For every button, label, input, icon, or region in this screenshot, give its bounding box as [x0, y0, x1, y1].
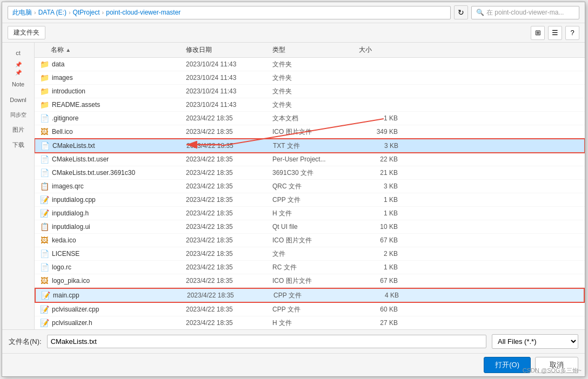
- file-date: 2023/4/22 18:35: [186, 209, 272, 217]
- file-name: data: [50, 60, 186, 68]
- table-row[interactable]: 📄 .gitignore 2023/4/22 18:35 文本文档 1 KB: [35, 112, 585, 125]
- nav-item-note[interactable]: Note: [3, 77, 33, 91]
- file-type: CPP 文件: [272, 195, 359, 205]
- file-date: 2023/4/22 18:35: [186, 128, 272, 136]
- view-grid-button[interactable]: ⊞: [531, 26, 545, 40]
- file-size: 10 KB: [359, 223, 402, 231]
- table-row[interactable]: 📝 pclvisualizer.cpp 2023/4/22 18:35 CPP …: [35, 303, 585, 316]
- file-size: 349 KB: [359, 128, 402, 136]
- file-size: 22 KB: [359, 155, 402, 163]
- file-name: keda.ico: [50, 236, 186, 244]
- table-row[interactable]: 🖼 logo_pika.ico 2023/4/22 18:35 ICO 图片文件…: [35, 274, 585, 288]
- file-icon: 📝: [39, 195, 50, 205]
- table-row[interactable]: 📄 CMakeLists.txt 2023/4/22 18:35 TXT 文件 …: [35, 139, 585, 153]
- breadcrumb-item-project[interactable]: point-cloud-viewer-master: [106, 9, 181, 16]
- file-icon: 📁: [39, 59, 50, 69]
- col-header-type[interactable]: 类型: [272, 45, 359, 55]
- file-icon: 📄: [39, 154, 50, 164]
- file-icon: 📝: [39, 304, 50, 314]
- breadcrumb-item-drive[interactable]: DATA (E:): [38, 9, 66, 16]
- col-header-size[interactable]: 大小: [359, 45, 402, 55]
- table-row[interactable]: 📄 CMakeLists.txt.user 2023/4/22 18:35 Pe…: [35, 153, 585, 166]
- table-row[interactable]: 🖼 Bell.ico 2023/4/22 18:35 ICO 图片文件 349 …: [35, 125, 585, 139]
- table-row[interactable]: 📄 logo.rc 2023/4/22 18:35 RC 文件 1 KB: [35, 261, 585, 274]
- file-name: pclvisualizer.cpp: [50, 306, 186, 313]
- file-date: 2023/4/22 18:35: [186, 263, 272, 271]
- file-name: inputdialog.h: [50, 209, 186, 217]
- file-type: 文本文档: [272, 114, 359, 123]
- file-size: 1 KB: [359, 114, 402, 122]
- search-icon: 🔍: [476, 9, 484, 16]
- table-row[interactable]: 📝 main.cpp 2023/4/22 18:35 CPP 文件 4 KB: [35, 288, 585, 303]
- file-type: TXT 文件: [273, 141, 359, 151]
- file-size: 67 KB: [359, 277, 402, 285]
- file-size: 1 KB: [359, 196, 402, 204]
- file-type: 文件: [272, 249, 359, 259]
- file-name: Bell.ico: [50, 128, 186, 136]
- table-row[interactable]: 📄 CMakeLists.txt.user.3691c30 2023/4/22 …: [35, 166, 585, 180]
- file-type: ICO 图片文件: [272, 276, 359, 286]
- file-type: 文件夹: [272, 60, 359, 69]
- file-type: 文件夹: [272, 87, 359, 96]
- file-name: introduction: [50, 87, 186, 95]
- breadcrumb-item-qtproject[interactable]: QtProject: [73, 9, 100, 16]
- file-icon: 📁: [39, 86, 50, 96]
- file-date: 2023/4/22 18:35: [186, 250, 272, 258]
- breadcrumb[interactable]: 此电脑 › DATA (E:) › QtProject › point-clou…: [8, 6, 451, 19]
- view-list-button[interactable]: ☰: [548, 26, 562, 40]
- col-header-name[interactable]: 名称 ▲: [35, 45, 186, 55]
- nav-item-downloads[interactable]: 下载: [3, 138, 33, 152]
- nav-pin-2: 📌: [15, 70, 22, 76]
- file-size: 21 KB: [359, 169, 402, 177]
- file-name: pclvisualizer.h: [50, 319, 186, 327]
- file-type: ICO 图片文件: [272, 236, 359, 245]
- file-icon: 🖼: [39, 127, 50, 137]
- table-row[interactable]: 📁 data 2023/10/24 11:43 文件夹: [35, 58, 585, 71]
- nav-pin-1: 📌: [15, 62, 22, 67]
- table-row[interactable]: 🖼 keda.ico 2023/4/22 18:35 ICO 图片文件 67 K…: [35, 234, 585, 247]
- file-name: images: [50, 74, 186, 82]
- file-date: 2023/4/22 18:35: [186, 155, 272, 163]
- file-type: H 文件: [272, 319, 359, 328]
- breadcrumb-sep-2: ›: [69, 9, 71, 16]
- new-folder-button[interactable]: 建文件夹: [8, 26, 45, 39]
- file-icon: 📋: [39, 222, 50, 232]
- table-row[interactable]: 📝 inputdialog.h 2023/4/22 18:35 H 文件 1 K…: [35, 207, 585, 220]
- table-row[interactable]: 📁 README.assets 2023/10/24 11:43 文件夹: [35, 98, 585, 112]
- nav-item-ct[interactable]: ct: [3, 46, 33, 60]
- file-date: 2023/10/24 11:43: [186, 101, 272, 109]
- bottom-bar: 文件名(N): All Files (*.*): [2, 329, 585, 353]
- filename-label: 文件名(N):: [9, 337, 42, 347]
- search-bar[interactable]: 🔍 在 point-cloud-viewer-ma...: [471, 6, 579, 19]
- table-row[interactable]: 📋 inputdialog.ui 2023/4/22 18:35 Qt UI f…: [35, 220, 585, 234]
- file-icon: 📄: [39, 249, 50, 259]
- col-header-date[interactable]: 修改日期: [186, 45, 272, 55]
- nav-item-pictures[interactable]: 图片: [3, 123, 33, 137]
- table-row[interactable]: 📁 images 2023/10/24 11:43 文件夹: [35, 71, 585, 85]
- file-date: 2023/10/24 11:43: [186, 74, 272, 82]
- file-icon: 📁: [39, 100, 50, 110]
- file-date: 2023/4/22 18:35: [186, 306, 272, 313]
- nav-item-download[interactable]: Downl: [3, 93, 33, 107]
- file-type: Qt UI file: [272, 223, 359, 231]
- file-date: 2023/4/22 18:35: [186, 236, 272, 244]
- file-type: 文件夹: [272, 100, 359, 110]
- filetype-select[interactable]: All Files (*.*): [492, 334, 578, 349]
- table-row[interactable]: 📄 LICENSE 2023/4/22 18:35 文件 2 KB: [35, 247, 585, 261]
- refresh-button[interactable]: ↻: [454, 5, 468, 19]
- breadcrumb-item-pc[interactable]: 此电脑: [12, 8, 32, 17]
- file-size: 1 KB: [359, 209, 402, 217]
- address-bar: 此电脑 › DATA (E:) › QtProject › point-clou…: [2, 2, 585, 23]
- file-date: 2023/10/24 11:43: [186, 87, 272, 95]
- file-size: 3 KB: [359, 142, 403, 150]
- table-row[interactable]: 📋 images.qrc 2023/4/22 18:35 QRC 文件 3 KB: [35, 180, 585, 193]
- file-name: main.cpp: [51, 292, 187, 299]
- table-row[interactable]: 📝 inputdialog.cpp 2023/4/22 18:35 CPP 文件…: [35, 193, 585, 207]
- filename-input[interactable]: [47, 335, 486, 348]
- file-date: 2023/4/22 18:35: [186, 114, 272, 122]
- table-row[interactable]: 📁 introduction 2023/10/24 11:43 文件夹: [35, 85, 585, 98]
- help-button[interactable]: ?: [565, 26, 579, 40]
- nav-item-sync[interactable]: 同步空: [3, 108, 33, 121]
- file-type: 文件夹: [272, 73, 359, 83]
- table-row[interactable]: 📝 pclvisualizer.h 2023/4/22 18:35 H 文件 2…: [35, 316, 585, 329]
